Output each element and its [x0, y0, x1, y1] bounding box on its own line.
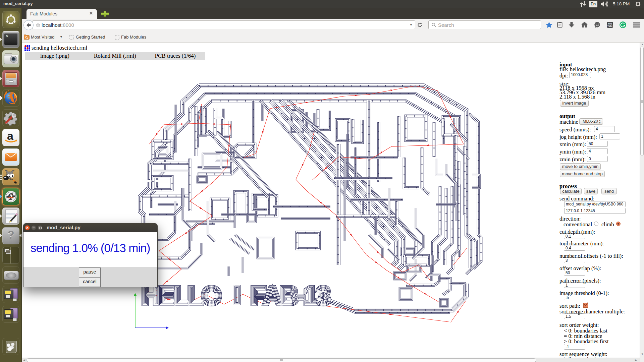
svg-text:Tube: Tube — [607, 25, 613, 27]
svg-text:You: You — [608, 22, 612, 25]
svg-text:A: A — [9, 193, 13, 200]
